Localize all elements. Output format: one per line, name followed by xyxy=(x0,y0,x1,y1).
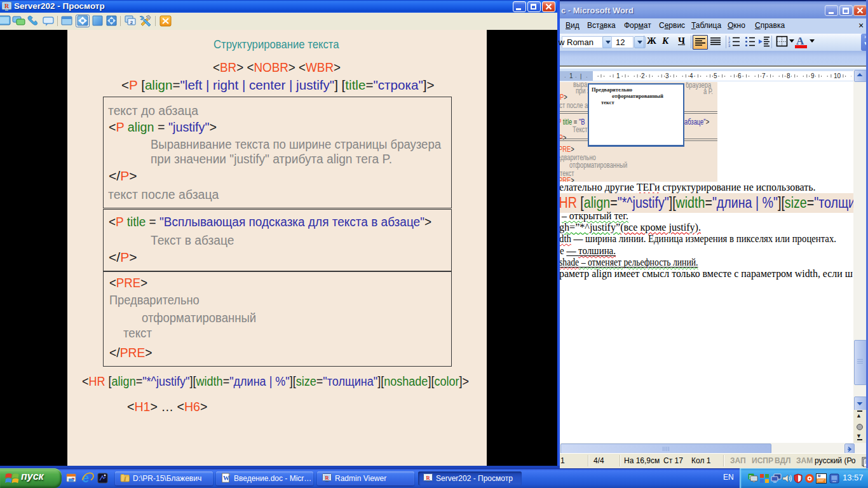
svg-text:W: W xyxy=(223,475,229,482)
svg-text:2: 2 xyxy=(130,20,133,25)
svg-text:M: M xyxy=(818,474,820,478)
svg-text:R: R xyxy=(325,475,329,481)
svg-text:R: R xyxy=(426,475,430,481)
svg-text:R: R xyxy=(4,3,10,10)
svg-text:3: 3 xyxy=(728,44,731,48)
